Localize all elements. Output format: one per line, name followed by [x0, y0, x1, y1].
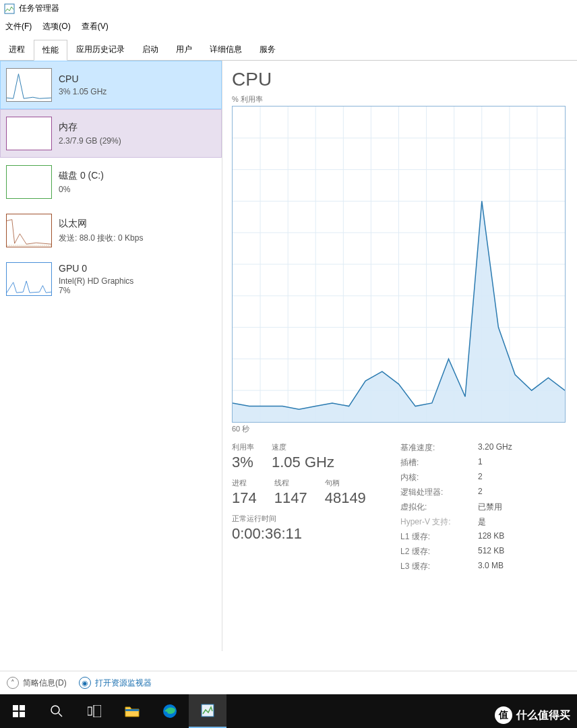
sidebar-item-memory[interactable]: 内存 2.3/7.9 GB (29%): [0, 109, 222, 158]
content-area: CPU 3% 1.05 GHz 内存 2.3/7.9 GB (29%) 磁盘 0…: [0, 61, 577, 651]
hyperv-val: 是: [478, 516, 486, 528]
cpu-title: CPU: [59, 73, 107, 84]
memory-title: 内存: [59, 121, 121, 133]
l1-val: 128 KB: [478, 531, 504, 543]
sidebar-item-disk[interactable]: 磁盘 0 (C:) 0%: [0, 158, 222, 206]
uptime-label: 正常运行时间: [232, 514, 400, 524]
l3-label: L3 缓存:: [400, 561, 478, 572]
sockets-label: 插槽:: [400, 457, 478, 468]
tab-history[interactable]: 应用历史记录: [67, 39, 133, 60]
taskbar: 值 什么值得买: [0, 694, 577, 728]
thread-label: 线程: [274, 478, 307, 488]
watermark: 值 什么值得买: [495, 706, 570, 724]
stats-section: 利用率 3% 速度 1.05 GHz 进程 174 线程 114: [232, 442, 577, 576]
footer-bar: ˄ 简略信息(D) ◉ 打开资源监视器: [0, 671, 577, 694]
menu-bar: 文件(F) 选项(O) 查看(V): [0, 17, 577, 36]
tab-users[interactable]: 用户: [167, 39, 201, 60]
lproc-label: 逻辑处理器:: [400, 487, 478, 498]
file-explorer-button[interactable]: [113, 694, 151, 728]
l2-label: L2 缓存:: [400, 546, 478, 557]
cores-label: 内核:: [400, 472, 478, 483]
cpu-thumbnail: [6, 68, 52, 102]
resmon-label: 打开资源监视器: [95, 677, 152, 689]
cores-val: 2: [478, 472, 483, 483]
cpu-sub: 3% 1.05 GHz: [59, 87, 107, 96]
window-title-bar: 任务管理器: [0, 0, 577, 17]
tab-services[interactable]: 服务: [251, 39, 284, 60]
ethernet-thumbnail: [6, 214, 52, 247]
util-val: 3%: [232, 454, 254, 471]
speed-val: 1.05 GHz: [272, 454, 334, 471]
gpu-title: GPU 0: [59, 263, 133, 274]
gpu-sub2: 7%: [59, 286, 133, 295]
l3-val: 3.0 MB: [478, 561, 504, 572]
handle-val: 48149: [325, 489, 366, 507]
task-manager-taskbar-button[interactable]: [189, 694, 226, 728]
start-button[interactable]: [0, 694, 38, 728]
tab-performance[interactable]: 性能: [34, 40, 67, 61]
sidebar-item-cpu[interactable]: CPU 3% 1.05 GHz: [0, 61, 222, 109]
chart-x-label: 60 秒: [232, 424, 577, 434]
main-heading: CPU: [232, 69, 577, 90]
ethernet-title: 以太网: [59, 218, 143, 230]
main-panel: CPU % 利用率 60 秒 利用率 3% 速度 1.05 GHz: [222, 61, 577, 651]
performance-sidebar: CPU 3% 1.05 GHz 内存 2.3/7.9 GB (29%) 磁盘 0…: [0, 61, 222, 651]
virt-val: 已禁用: [478, 502, 502, 513]
proc-label: 进程: [232, 478, 257, 488]
open-resmon-link[interactable]: ◉ 打开资源监视器: [79, 677, 152, 689]
svg-line-27: [59, 713, 62, 717]
proc-val: 174: [232, 489, 257, 507]
hyperv-label: Hyper-V 支持:: [400, 516, 478, 528]
memory-thumbnail: [6, 117, 52, 150]
svg-rect-25: [20, 712, 25, 717]
disk-sub: 0%: [59, 185, 104, 194]
gpu-thumbnail: [6, 262, 52, 296]
fewer-details-label: 简略信息(D): [23, 677, 67, 689]
l1-label: L1 缓存:: [400, 531, 478, 543]
menu-file[interactable]: 文件(F): [0, 18, 37, 35]
gpu-sub1: Intel(R) HD Graphics: [59, 276, 133, 286]
fewer-details-button[interactable]: ˄ 简略信息(D): [7, 677, 67, 689]
tab-startup[interactable]: 启动: [133, 39, 167, 60]
svg-rect-28: [88, 707, 92, 715]
task-view-button[interactable]: [75, 694, 113, 728]
menu-view[interactable]: 查看(V): [76, 18, 114, 35]
tab-bar: 进程 性能 应用历史记录 启动 用户 详细信息 服务: [0, 39, 577, 61]
resmon-icon: ◉: [79, 677, 91, 689]
disk-thumbnail: [6, 165, 52, 199]
speed-label: 速度: [272, 442, 334, 452]
util-label: 利用率: [232, 442, 254, 452]
base-speed-label: 基准速度:: [400, 442, 478, 454]
chart-y-label: % 利用率: [232, 94, 577, 104]
edge-button[interactable]: [151, 694, 189, 728]
uptime-val: 0:00:36:11: [232, 525, 400, 543]
thread-val: 1147: [274, 489, 307, 507]
tab-processes[interactable]: 进程: [0, 39, 34, 60]
cpu-chart: [232, 106, 566, 423]
svg-rect-29: [94, 705, 101, 717]
svg-rect-23: [20, 705, 25, 710]
disk-title: 磁盘 0 (C:): [59, 170, 104, 182]
base-speed-val: 3.20 GHz: [478, 442, 512, 454]
tab-details[interactable]: 详细信息: [201, 39, 251, 60]
svg-rect-24: [13, 712, 18, 717]
svg-point-26: [51, 706, 59, 714]
search-button[interactable]: [38, 694, 75, 728]
virt-label: 虚拟化:: [400, 502, 478, 513]
window-title-text: 任务管理器: [19, 3, 59, 14]
sidebar-item-gpu[interactable]: GPU 0 Intel(R) HD Graphics 7%: [0, 255, 222, 303]
svg-rect-30: [125, 709, 139, 711]
watermark-logo-icon: 值: [495, 706, 512, 724]
task-manager-icon: [4, 3, 15, 14]
l2-val: 512 KB: [478, 546, 504, 557]
memory-sub: 2.3/7.9 GB (29%): [59, 136, 121, 146]
sidebar-item-ethernet[interactable]: 以太网 发送: 88.0 接收: 0 Kbps: [0, 206, 222, 255]
watermark-text: 什么值得买: [516, 708, 570, 723]
menu-options[interactable]: 选项(O): [37, 18, 75, 35]
handle-label: 句柄: [325, 478, 366, 488]
chevron-up-icon: ˄: [7, 677, 19, 689]
sockets-val: 1: [478, 457, 483, 468]
ethernet-sub: 发送: 88.0 接收: 0 Kbps: [59, 233, 143, 244]
svg-rect-22: [13, 705, 18, 710]
lproc-val: 2: [478, 487, 483, 498]
